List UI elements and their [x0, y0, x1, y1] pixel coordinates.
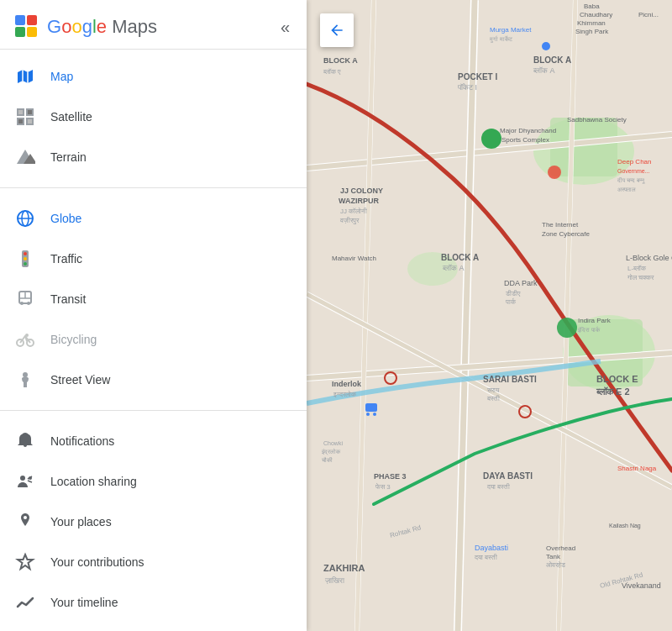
- svg-text:Sadbhawna Society: Sadbhawna Society: [567, 116, 627, 124]
- svg-text:BLOCK E: BLOCK E: [596, 374, 638, 384]
- map-back-button[interactable]: [320, 13, 354, 47]
- svg-text:Deep Chan: Deep Chan: [617, 158, 651, 166]
- view-modes-section: Globe Traffic: [0, 192, 307, 407]
- svg-text:पार्क: पार्क: [505, 297, 517, 306]
- svg-text:Major Dhyanchand: Major Dhyanchand: [500, 127, 556, 134]
- map-svg: BLOCK A ब्लॉक ए POCKET I पॉकेट I BLOCK A…: [307, 0, 672, 631]
- svg-text:WAZIRPUR: WAZIRPUR: [339, 197, 379, 205]
- svg-marker-38: [18, 555, 33, 569]
- your-contributions-label: Your contributions: [50, 555, 144, 569]
- bell-icon: [13, 429, 37, 453]
- svg-text:Tank: Tank: [546, 553, 561, 560]
- svg-text:ब्लॉक ए: ब्लॉक ए: [323, 68, 341, 76]
- svg-text:फेस 3: फेस 3: [375, 482, 391, 491]
- svg-text:Murga Market: Murga Market: [490, 26, 532, 34]
- sidebar-item-bicycling[interactable]: Bicycling: [0, 319, 307, 360]
- svg-text:Kailash Nag: Kailash Nag: [609, 523, 641, 529]
- timeline-icon: [13, 591, 37, 614]
- svg-text:ब्लॉक A: ब्लॉक A: [533, 66, 555, 75]
- svg-point-37: [24, 516, 27, 519]
- satellite-label: Satellite: [50, 110, 92, 124]
- sidebar-item-terrain[interactable]: Terrain: [0, 137, 307, 177]
- globe-icon: [13, 207, 37, 230]
- svg-point-99: [548, 166, 561, 179]
- sidebar-item-your-timeline[interactable]: Your timeline: [0, 582, 307, 623]
- svg-rect-12: [18, 119, 23, 124]
- sidebar-item-traffic[interactable]: Traffic: [0, 239, 307, 279]
- svg-text:DAYA BASTI: DAYA BASTI: [483, 471, 533, 481]
- svg-text:SARAI BASTI: SARAI BASTI: [483, 375, 537, 384]
- notifications-label: Notifications: [50, 434, 114, 448]
- svg-rect-0: [15, 15, 25, 25]
- svg-point-100: [557, 318, 577, 338]
- sidebar-item-globe[interactable]: Globe: [0, 198, 307, 239]
- svg-rect-1: [27, 15, 37, 25]
- collapse-sidebar-button[interactable]: «: [277, 14, 293, 40]
- svg-text:Sports Complex: Sports Complex: [501, 136, 549, 144]
- back-arrow-icon: [328, 22, 345, 39]
- svg-point-24: [20, 302, 24, 305]
- svg-text:Chowki: Chowki: [323, 440, 343, 446]
- svg-text:दया बस्ती: दया बस्ती: [474, 554, 497, 561]
- svg-text:मुर्गा मार्केट: मुर्गा मार्केट: [489, 35, 513, 43]
- your-timeline-label: Your timeline: [50, 596, 118, 609]
- sidebar-item-streetview[interactable]: Street View: [0, 360, 307, 400]
- svg-text:Dayabasti: Dayabasti: [475, 544, 508, 552]
- svg-text:Singh Park: Singh Park: [575, 28, 609, 35]
- your-places-label: Your places: [50, 515, 112, 528]
- svg-rect-2: [15, 27, 25, 37]
- svg-text:L-ब्लॉक: L-ब्लॉक: [627, 265, 647, 272]
- sidebar-header: Google Maps «: [0, 0, 307, 50]
- svg-point-33: [20, 476, 25, 481]
- svg-text:चौकी: चौकी: [321, 456, 333, 463]
- sidebar-item-your-contributions[interactable]: Your contributions: [0, 542, 307, 582]
- svg-text:दीप चन्द बन्नू: दीप चन्द बन्नू: [617, 177, 645, 184]
- streetview-label: Street View: [50, 373, 110, 386]
- svg-text:POCKET I: POCKET I: [458, 72, 497, 82]
- svg-text:BLOCK A: BLOCK A: [441, 253, 479, 262]
- app-title: Google Maps: [47, 16, 157, 38]
- svg-point-96: [481, 129, 501, 149]
- streetview-icon: [13, 368, 37, 392]
- svg-rect-11: [28, 110, 32, 114]
- globe-label: Globe: [50, 212, 81, 225]
- map-label: Map: [50, 70, 73, 83]
- svg-text:Governme...: Governme...: [617, 168, 650, 174]
- svg-text:Khimman: Khimman: [577, 19, 606, 27]
- sidebar-item-your-data[interactable]: Your data in Maps: [0, 623, 307, 631]
- svg-text:DDA Park: DDA Park: [504, 279, 538, 287]
- divider-2: [0, 410, 307, 411]
- bicycling-icon: [13, 328, 37, 351]
- svg-text:गोल चक्कर: गोल चक्कर: [627, 273, 654, 281]
- map-area[interactable]: BLOCK A ब्लॉक ए POCKET I पॉकेट I BLOCK A…: [307, 0, 672, 631]
- svg-text:सराय: सराय: [486, 386, 500, 394]
- svg-point-131: [366, 413, 370, 416]
- svg-text:JJ कॉलोनी: JJ कॉलोनी: [340, 207, 367, 215]
- svg-text:बस्ती: बस्ती: [486, 395, 500, 402]
- sidebar-item-map[interactable]: Map: [0, 56, 307, 97]
- svg-point-22: [24, 262, 27, 266]
- svg-text:Mahavir Watch: Mahavir Watch: [332, 255, 376, 262]
- svg-text:Indira Park: Indira Park: [578, 317, 612, 324]
- sidebar-item-location-sharing[interactable]: Location sharing: [0, 461, 307, 502]
- sidebar-item-satellite[interactable]: Satellite: [0, 97, 307, 137]
- transit-label: Transit: [50, 292, 86, 306]
- svg-text:पॉकेट I: पॉकेट I: [457, 82, 477, 92]
- svg-text:Picni...: Picni...: [638, 11, 659, 18]
- svg-text:ZAKHIRA: ZAKHIRA: [323, 563, 365, 573]
- sidebar-item-notifications[interactable]: Notifications: [0, 421, 307, 461]
- pin-icon: [13, 510, 37, 534]
- svg-text:ब्लॉक E 2: ब्लॉक E 2: [596, 386, 630, 397]
- svg-point-25: [27, 302, 30, 305]
- bicycling-label: Bicycling: [50, 333, 97, 346]
- terrain-label: Terrain: [50, 150, 87, 164]
- google-maps-logo-icon: [13, 13, 40, 40]
- satellite-icon: [13, 105, 37, 129]
- svg-text:Baba: Baba: [584, 3, 600, 10]
- svg-text:वज़ीरपुर: वज़ीरपुर: [339, 217, 360, 225]
- sidebar-item-transit[interactable]: Transit: [0, 279, 307, 319]
- sidebar-item-your-places[interactable]: Your places: [0, 502, 307, 542]
- svg-line-36: [28, 481, 32, 482]
- svg-text:डीडीए: डीडीए: [505, 290, 521, 297]
- contributions-icon: [13, 550, 37, 574]
